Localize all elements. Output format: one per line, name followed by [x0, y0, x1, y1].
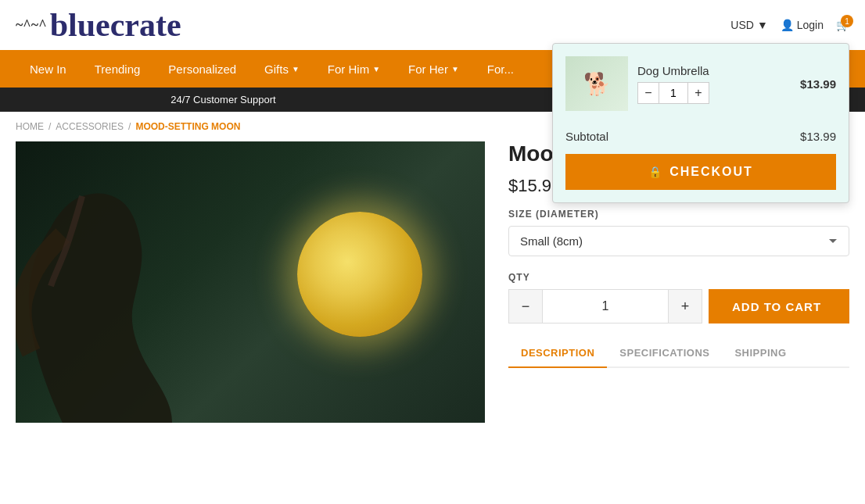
cart-button[interactable]: 🛒 1	[836, 19, 849, 31]
nav-item-trending[interactable]: Trending	[81, 50, 155, 88]
cart-item-name: Dog Umbrella	[637, 64, 791, 77]
lock-icon: 🔒	[648, 166, 663, 178]
chevron-down-icon: ▼	[372, 65, 380, 73]
logo-text: bluecrate	[50, 6, 181, 44]
qty-label: QTY	[508, 272, 849, 283]
cart-qty-increase[interactable]: +	[687, 82, 709, 104]
cart-qty-value: 1	[659, 82, 687, 104]
product-image-bg	[16, 141, 485, 423]
qty-input[interactable]	[543, 289, 668, 323]
logo[interactable]: ~^~^ bluecrate	[16, 6, 181, 44]
nav-item-for-him[interactable]: For Him ▼	[314, 50, 394, 88]
cart-icon-wrap: 🛒 1	[836, 19, 849, 31]
qty-row: − + ADD TO CART	[508, 289, 849, 323]
cart-item: 🐕 Dog Umbrella − 1 + $13.99	[565, 56, 836, 111]
size-label: SIZE (DIAMETER)	[508, 209, 849, 220]
cart-subtotal: Subtotal $13.99	[565, 123, 836, 143]
cart-item-image: 🐕	[565, 56, 628, 111]
checkout-label: CHECKOUT	[669, 165, 753, 179]
woman-silhouette	[16, 141, 250, 423]
user-icon: 👤	[781, 19, 794, 31]
nav-item-more[interactable]: For...	[473, 50, 528, 88]
header-actions: USD ▼ 👤 Login 🛒 1	[730, 19, 849, 31]
tab-description[interactable]: DESCRIPTION	[508, 339, 607, 368]
logo-birds: ~^~^	[16, 17, 47, 34]
cart-qty-decrease[interactable]: −	[637, 82, 659, 104]
login-button[interactable]: 👤 Login	[781, 19, 824, 31]
header: ~^~^ bluecrate USD ▼ 👤 Login 🛒 1 🐕 Dog U…	[0, 0, 865, 50]
nav-gifts-label: Gifts	[264, 63, 289, 76]
add-to-cart-button[interactable]: ADD TO CART	[709, 289, 849, 323]
nav-item-for-her[interactable]: For Her ▼	[394, 50, 473, 88]
size-select[interactable]: Small (8cm) Medium (12cm) Large (16cm)	[508, 226, 849, 256]
checkout-button[interactable]: 🔒 CHECKOUT	[565, 154, 836, 190]
support-text: 24/7 Customer Support	[170, 94, 275, 105]
nav-item-gifts[interactable]: Gifts ▼	[250, 50, 314, 88]
qty-increase-button[interactable]: +	[668, 289, 702, 323]
breadcrumb-sep2: /	[128, 121, 131, 132]
nav-for-him-label: For Him	[328, 63, 369, 76]
nav-item-personalized[interactable]: Personalized	[154, 50, 250, 88]
breadcrumb-current: MOOD-SETTING MOON	[135, 121, 240, 132]
chevron-down-icon: ▼	[451, 65, 459, 73]
currency-selector[interactable]: USD ▼	[730, 19, 767, 31]
chevron-down-icon: ▼	[292, 65, 300, 73]
login-label: Login	[797, 19, 824, 31]
product-image	[16, 141, 485, 423]
moon-visual	[297, 212, 422, 337]
product-tabs: DESCRIPTION SPECIFICATIONS SHIPPING	[508, 339, 849, 368]
currency-label: USD	[730, 19, 754, 31]
tab-specifications[interactable]: SPECIFICATIONS	[607, 339, 722, 368]
cart-dropdown: 🐕 Dog Umbrella − 1 + $13.99 Subtotal $13…	[552, 43, 849, 203]
cart-badge: 1	[841, 15, 853, 27]
breadcrumb-sep: /	[48, 121, 51, 132]
subtotal-value: $13.99	[800, 130, 836, 143]
tab-shipping[interactable]: SHIPPING	[722, 339, 799, 368]
cart-item-price: $13.99	[800, 77, 836, 91]
cart-item-info: Dog Umbrella − 1 +	[637, 64, 791, 104]
chevron-down-icon: ▼	[757, 19, 768, 31]
subtotal-label: Subtotal	[565, 130, 608, 143]
qty-decrease-button[interactable]: −	[508, 289, 543, 323]
nav-item-new-in[interactable]: New In	[16, 50, 81, 88]
nav-for-her-label: For Her	[408, 63, 448, 76]
cart-qty-row: − 1 +	[637, 82, 791, 104]
breadcrumb-home[interactable]: HOME	[16, 121, 44, 132]
breadcrumb-accessories[interactable]: ACCESSORIES	[56, 121, 124, 132]
